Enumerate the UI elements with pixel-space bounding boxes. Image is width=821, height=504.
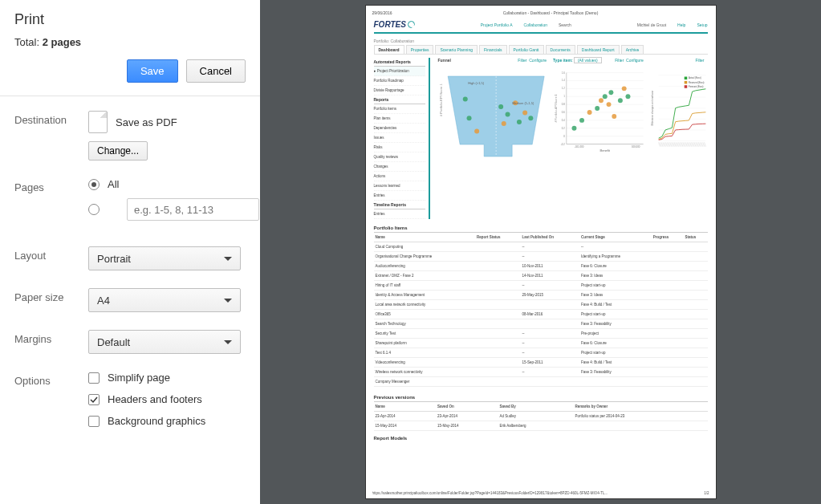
- chevron-down-icon: [224, 299, 232, 303]
- table-row: Wireless network connectivity--Fase 3: F…: [374, 368, 708, 377]
- svg-point-45: [608, 90, 613, 95]
- simplify-checkbox[interactable]: Simplify page: [88, 372, 246, 384]
- pages-range-radio[interactable]: [88, 198, 259, 221]
- tab-financials: Financials: [479, 45, 507, 54]
- svg-line-71: [666, 142, 668, 146]
- leftnav-item: Entries: [374, 209, 425, 219]
- papersize-select[interactable]: A4: [88, 288, 241, 312]
- svg-line-91: [694, 142, 696, 146]
- leftnav-item: Portfolio Roadmap: [374, 76, 425, 86]
- svg-line-80: [679, 142, 681, 146]
- papersize-label: Paper size: [14, 288, 88, 303]
- report-models-title: Report Models: [374, 436, 708, 441]
- leftnav-item: Changes: [374, 162, 425, 172]
- svg-point-38: [571, 126, 576, 131]
- svg-rect-62: [685, 81, 688, 84]
- table-row: Sharepoint platform--Fase 6: Closure: [374, 339, 708, 348]
- simplify-label: Simplify page: [108, 372, 170, 384]
- previous-versions-title: Previous versions: [374, 393, 708, 402]
- funnel-chart: # Portfolio-KPI Score 1High (>1,5)Medium…: [435, 64, 549, 219]
- margins-value: Default: [97, 336, 130, 348]
- svg-line-97: [703, 142, 705, 146]
- chevron-down-icon: [224, 340, 232, 344]
- svg-text:Actual (Euro): Actual (Euro): [689, 76, 701, 79]
- svg-text:Reserved (Euro): Reserved (Euro): [689, 81, 705, 84]
- svg-line-96: [701, 142, 703, 146]
- leftnav-item: Actions: [374, 172, 425, 181]
- cancel-button[interactable]: Cancel: [186, 59, 246, 83]
- table-row: 15-May-201415-May-2014Erik Aalbersberg: [374, 421, 708, 431]
- table-row: Audioconferencing10-Nov-2011Fase 6: Clos…: [374, 262, 708, 271]
- scatter-filter: Filter: [615, 58, 624, 63]
- leftnav-item: Lessons learned: [374, 181, 425, 191]
- svg-point-49: [625, 94, 630, 99]
- nav-collaboration: Collaboration: [524, 22, 547, 27]
- layout-select[interactable]: Portrait: [88, 246, 241, 270]
- table-row: Local area network connectivityFase 4: B…: [374, 300, 708, 310]
- svg-text:# Portfolio-KPI Score 1: # Portfolio-KPI Score 1: [439, 83, 443, 116]
- layout-value: Portrait: [97, 253, 131, 265]
- svg-line-88: [690, 142, 692, 146]
- portfolio-items-title: Portfolio Items: [374, 224, 708, 233]
- table-row: Organisational Change Programme--Identif…: [374, 252, 708, 262]
- svg-point-3: [466, 116, 471, 120]
- svg-line-98: [705, 142, 706, 146]
- nav-user: Michiel de Groot: [637, 22, 666, 27]
- preview-pane[interactable]: 29/06/2016 Collaboration - Dashboard - P…: [260, 0, 821, 504]
- svg-line-70: [665, 142, 666, 146]
- leftnav-item: Issues: [374, 133, 425, 143]
- svg-point-42: [599, 98, 604, 103]
- svg-text:Medium (1-1,5): Medium (1-1,5): [512, 101, 534, 105]
- bg-checkbox[interactable]: Background graphics: [88, 415, 246, 427]
- pages-all-radio[interactable]: All: [88, 178, 259, 190]
- save-button[interactable]: Save: [127, 59, 178, 83]
- svg-line-87: [689, 142, 690, 146]
- svg-line-76: [673, 142, 675, 146]
- table-row: Search TechnologyFase 3: Feasability: [374, 319, 708, 329]
- svg-point-4: [474, 128, 479, 133]
- line-chart: Milestone changes on timebaseActual (Eur…: [650, 64, 707, 219]
- dialog-title: Print: [14, 11, 246, 28]
- brand-logo: FORTES: [374, 20, 415, 29]
- portfolio-items-table: NameReport StatusLast Published OnCurren…: [374, 233, 708, 387]
- leftnav-item: Plan items: [374, 114, 425, 124]
- radio-off-icon: [88, 204, 100, 215]
- table-row: Cloud Computing----: [374, 242, 708, 252]
- leftnav-item: Portfolio items: [374, 104, 425, 114]
- margins-select[interactable]: Default: [88, 330, 241, 354]
- svg-text:# Portfolio-API Score 1: # Portfolio-API Score 1: [555, 94, 558, 122]
- destination-label: Destination: [14, 111, 88, 126]
- leftnav-item: Divisie Rapportage: [374, 86, 425, 96]
- svg-line-83: [683, 142, 685, 146]
- table-row: Security Test--Pre-project: [374, 329, 708, 339]
- bg-label: Background graphics: [108, 415, 205, 427]
- change-destination-button[interactable]: Change...: [88, 141, 148, 161]
- svg-point-40: [587, 110, 591, 115]
- svg-point-46: [612, 114, 616, 119]
- tab-dashboard-report: Dashboard Report: [577, 45, 620, 54]
- col-header: Progress: [652, 233, 684, 242]
- svg-line-77: [675, 142, 677, 146]
- footer-url: https://salesmother.principaltoolbox.com…: [372, 491, 608, 495]
- svg-line-72: [668, 142, 669, 146]
- total-value: 2 pages: [43, 36, 81, 48]
- funnel-filter: Filter: [518, 58, 526, 63]
- brand-text: FORTES: [374, 20, 406, 29]
- tab-properties: Properties: [406, 45, 434, 54]
- svg-line-89: [692, 142, 693, 146]
- svg-text:1.2: 1.2: [561, 87, 564, 90]
- tab-dashboard: Dashboard: [374, 45, 404, 54]
- svg-line-82: [681, 142, 683, 146]
- layout-label: Layout: [14, 246, 88, 262]
- leftnav-item: Risks: [374, 143, 425, 152]
- page-range-input[interactable]: [127, 198, 259, 221]
- tab-portfolio-gantt: Portfolio Gantt: [509, 45, 544, 54]
- preview-title: Collaboration - Dashboard - Principal To…: [503, 10, 599, 15]
- svg-line-93: [697, 142, 699, 146]
- headers-checkbox[interactable]: Headers and footers: [88, 393, 246, 405]
- svg-text:500,000: 500,000: [632, 145, 640, 148]
- options-label: Options: [14, 372, 88, 387]
- radio-on-icon: [88, 179, 100, 190]
- svg-text:Milestone changes on timebase: Milestone changes on timebase: [651, 91, 654, 126]
- svg-point-9: [516, 120, 521, 124]
